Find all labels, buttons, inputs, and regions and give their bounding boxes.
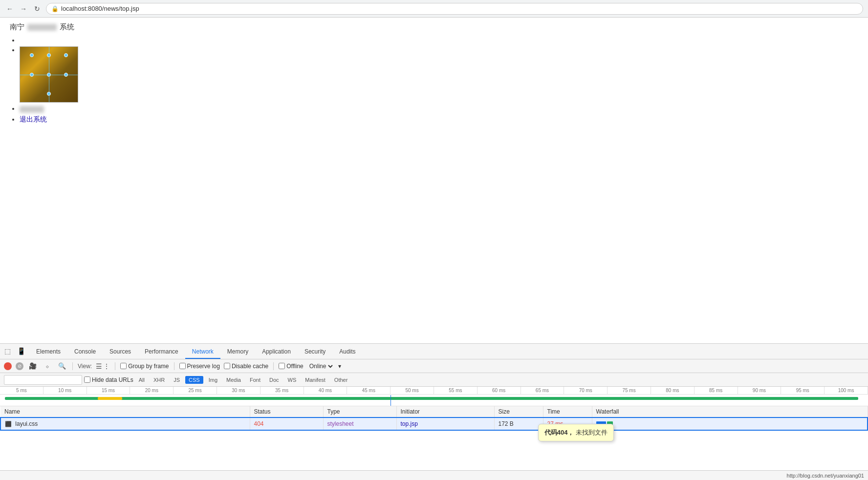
error-file-icon: ⬛: [5, 421, 12, 427]
title-prefix: 南宁: [10, 22, 24, 32]
devtools-panel: ⬚ 📱 Elements Console Sources Performance…: [0, 343, 868, 480]
browser-chrome: ← → ↻ 🔒 localhost:8080/news/top.jsp: [0, 0, 868, 18]
url-text: localhost:8080/news/top.jsp: [61, 5, 139, 12]
offline-checkbox[interactable]: [279, 363, 285, 369]
filter-ws[interactable]: WS: [284, 376, 300, 384]
logout-link[interactable]: 退出系统: [20, 115, 47, 123]
hide-data-urls-text: Hide data URLs: [92, 376, 133, 383]
group-by-frame-checkbox[interactable]: [120, 363, 127, 369]
tick-10ms: 10 ms: [43, 387, 87, 394]
tick-65ms: 65 ms: [521, 387, 564, 394]
dot-right: [64, 73, 68, 77]
hide-data-urls-checkbox[interactable]: [84, 376, 90, 383]
dot-left: [30, 73, 34, 77]
reload-button[interactable]: ↻: [32, 4, 42, 14]
tab-audits[interactable]: Audits: [332, 345, 362, 359]
select-element-button[interactable]: ⬚: [2, 346, 13, 356]
devtools-tabs: Elements Console Sources Performance Net…: [0, 344, 868, 359]
nav-list: 退出系统: [10, 37, 858, 124]
filter-manifest[interactable]: Manifest: [302, 376, 329, 384]
tick-5ms: 5 ms: [0, 387, 43, 394]
disable-cache-label[interactable]: Disable cache: [224, 363, 268, 370]
filter-xhr[interactable]: XHR: [150, 376, 168, 384]
group-by-frame-text: Group by frame: [128, 363, 169, 370]
filter-input[interactable]: [4, 375, 82, 385]
device-toggle-button[interactable]: 📱: [16, 346, 26, 356]
timeline-cursor: [391, 395, 391, 406]
filter-all[interactable]: All: [135, 376, 148, 384]
title-suffix: 系统: [60, 22, 74, 32]
tick-30ms: 30 ms: [217, 387, 260, 394]
tick-70ms: 70 ms: [564, 387, 608, 394]
tick-60ms: 60 ms: [477, 387, 521, 394]
tick-95ms: 95 ms: [781, 387, 825, 394]
hide-data-urls-label[interactable]: Hide data URLs: [84, 376, 133, 383]
tab-elements[interactable]: Elements: [29, 345, 67, 359]
network-table: Name Status Type Initiator Size Time Wat…: [0, 406, 868, 431]
dot-center: [47, 73, 51, 77]
network-toolbar: ⊘ 🎥 ⬦ 🔍 View: ☰ ⋮ Group by frame Preserv…: [0, 359, 868, 373]
preserve-log-text: Preserve log: [187, 363, 220, 370]
row-name: ⬛ layui.css: [0, 417, 250, 430]
tick-40ms: 40 ms: [304, 387, 347, 394]
preserve-log-checkbox[interactable]: [179, 363, 186, 369]
col-time[interactable]: Time: [543, 406, 592, 417]
tab-application[interactable]: Application: [255, 345, 298, 359]
filter-img[interactable]: Img: [205, 376, 221, 384]
nav-item-user: [20, 105, 858, 113]
row-type: stylesheet: [323, 417, 396, 430]
back-button[interactable]: ←: [5, 4, 15, 14]
clear-button[interactable]: ⊘: [16, 362, 23, 370]
col-size[interactable]: Size: [494, 406, 543, 417]
view-label: View:: [78, 363, 92, 370]
search-button[interactable]: 🔍: [57, 361, 67, 372]
nav-image: [20, 46, 78, 103]
filter-css[interactable]: CSS: [185, 376, 203, 384]
tab-performance[interactable]: Performance: [138, 345, 185, 359]
address-bar[interactable]: 🔒 localhost:8080/news/top.jsp: [46, 3, 863, 15]
tab-memory[interactable]: Memory: [220, 345, 255, 359]
filter-media[interactable]: Media: [223, 376, 244, 384]
col-type[interactable]: Type: [323, 406, 396, 417]
offline-label[interactable]: Offline: [279, 363, 303, 370]
preserve-log-label[interactable]: Preserve log: [179, 363, 220, 370]
table-row[interactable]: ⬛ layui.css 404 stylesheet top.jsp 172 B…: [0, 417, 868, 430]
filter-font[interactable]: Font: [246, 376, 264, 384]
initiator-link[interactable]: top.jsp: [401, 420, 418, 427]
tick-75ms: 75 ms: [608, 387, 651, 394]
tab-console[interactable]: Console: [67, 345, 103, 359]
waterfall-view-icon[interactable]: ⋮: [103, 362, 110, 370]
list-view-icon[interactable]: ☰: [96, 362, 102, 370]
filter-doc[interactable]: Doc: [266, 376, 282, 384]
throttling-chevron[interactable]: ▾: [338, 363, 341, 370]
filter-js[interactable]: JS: [170, 376, 183, 384]
col-initiator[interactable]: Initiator: [396, 406, 494, 417]
timeline-ruler: 5 ms 10 ms 15 ms 20 ms 25 ms 30 ms 35 ms…: [0, 387, 868, 395]
tab-network[interactable]: Network: [185, 345, 220, 359]
forward-button[interactable]: →: [19, 4, 28, 14]
error-tooltip: 代码404， 未找到文件: [538, 424, 614, 441]
nav-item-logout[interactable]: 退出系统: [20, 115, 858, 124]
col-waterfall[interactable]: Waterfall: [592, 406, 868, 417]
disable-cache-checkbox[interactable]: [224, 363, 230, 369]
timeline-green-bar: [5, 397, 858, 400]
network-table-container[interactable]: Name Status Type Initiator Size Time Wat…: [0, 406, 868, 471]
camera-button[interactable]: 🎥: [27, 361, 38, 372]
filter-button[interactable]: ⬦: [42, 361, 53, 372]
tab-security[interactable]: Security: [298, 345, 332, 359]
tab-sources[interactable]: Sources: [103, 345, 138, 359]
timeline-yellow-bar: [98, 397, 122, 400]
group-by-frame-label[interactable]: Group by frame: [120, 363, 169, 370]
record-button[interactable]: [4, 362, 12, 370]
page-title: 南宁 系统: [10, 22, 858, 32]
throttling-select[interactable]: Online: [307, 362, 334, 370]
tick-45ms: 45 ms: [347, 387, 391, 394]
statusbar-url: http://blog.csdn.net/yuanxiang01: [787, 473, 864, 479]
col-status[interactable]: Status: [250, 406, 323, 417]
tick-20ms: 20 ms: [130, 387, 174, 394]
tick-85ms: 85 ms: [694, 387, 738, 394]
nav-item-image: [20, 46, 858, 103]
filter-other[interactable]: Other: [331, 376, 351, 384]
row-status: 404: [250, 417, 323, 430]
col-name[interactable]: Name: [0, 406, 250, 417]
